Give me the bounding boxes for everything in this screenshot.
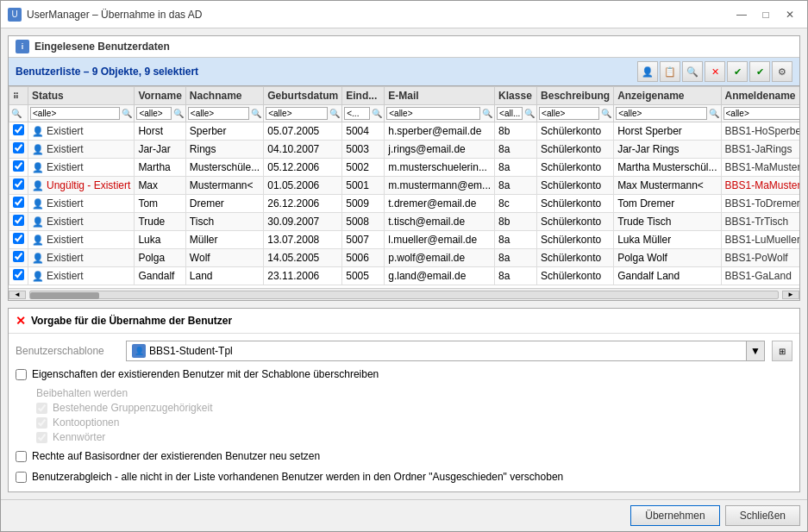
row-checkbox-cell: [9, 141, 28, 159]
filter-nachname-input[interactable]: [188, 107, 249, 120]
table-row[interactable]: 👤 Existiert Tom Dremer 26.12.2006 5009 t…: [9, 195, 800, 213]
filter-search-icon-3[interactable]: 🔍: [251, 109, 261, 118]
filter-search-icon-7[interactable]: 🔍: [524, 109, 535, 118]
row-vorname: Polga: [135, 249, 185, 267]
table-row[interactable]: 👤 Existiert Luka Müller 13.07.2008 5007 …: [9, 231, 800, 249]
row-checkbox-0[interactable]: [13, 124, 24, 135]
filter-search-icon-1[interactable]: 🔍: [122, 109, 132, 118]
row-email: t.tisch@email.de: [385, 213, 495, 231]
row-anmeldename: BBS1-GaLand: [721, 267, 799, 285]
row-checkbox-5[interactable]: [13, 215, 24, 226]
filter-geburt-input[interactable]: [266, 107, 328, 120]
scroll-left-btn[interactable]: ◄: [9, 291, 26, 299]
schablone-dropdown-arrow-btn[interactable]: ▼: [746, 341, 764, 360]
row-nachname: Müller: [185, 231, 263, 249]
scroll-right-btn[interactable]: ►: [782, 291, 799, 299]
row-checkbox-2[interactable]: [13, 160, 24, 172]
row-vorname: Martha: [135, 159, 185, 177]
row-user-icon: 👤: [32, 144, 44, 155]
sub-option-2: Kontooptionen: [36, 416, 792, 429]
schablone-icon: 👤: [132, 344, 146, 358]
filter-anzeige-input[interactable]: [616, 107, 706, 120]
row-nachname: Sperber: [185, 122, 263, 141]
schablone-right-btn[interactable]: ⊞: [772, 341, 792, 361]
toolbar-copy-btn[interactable]: 📋: [660, 61, 680, 82]
sub-label: Beibehalten werden: [36, 387, 792, 399]
row-checkbox-1[interactable]: [13, 142, 24, 153]
filter-nachname-cell: 🔍: [185, 105, 263, 122]
close-button[interactable]: Schließen: [725, 505, 800, 526]
filter-search-icon-8[interactable]: 🔍: [601, 109, 611, 118]
filter-vorname-input[interactable]: [136, 107, 171, 120]
checkbox2[interactable]: [16, 451, 27, 462]
title-bar: U UserManager – Übernahme in das AD — □ …: [1, 1, 807, 28]
col-eind: Eind...: [342, 87, 385, 105]
filter-search-icon-0[interactable]: 🔍: [11, 109, 22, 118]
filter-email-cell: 🔍: [385, 105, 495, 122]
filter-search-icon-4[interactable]: 🔍: [329, 109, 340, 118]
row-anzeigename: Luka Müller: [614, 231, 721, 249]
row-beschreibung: Schülerkonto: [537, 195, 614, 213]
row-checkbox-4[interactable]: [13, 197, 24, 208]
sub-option-3: Kennwörter: [36, 431, 792, 443]
close-window-button[interactable]: ✕: [780, 6, 800, 23]
schablone-dropdown-wrapper[interactable]: 👤 BBS1-Student-Tpl ▼: [126, 341, 765, 361]
table-row[interactable]: 👤 Ungültig - Existiert Max Mustermann< 0…: [9, 177, 800, 195]
row-user-icon: 👤: [32, 235, 44, 246]
row-klasse: 8a: [495, 159, 537, 177]
maximize-button[interactable]: □: [755, 6, 776, 23]
filter-klasse-input[interactable]: [497, 107, 523, 120]
filter-email-input[interactable]: [386, 107, 480, 120]
horizontal-scrollbar[interactable]: ◄ ►: [9, 288, 799, 300]
col-nachname: Nachname: [185, 87, 263, 105]
row-user-icon: 👤: [32, 253, 44, 264]
toolbar-check2-btn[interactable]: ✔: [749, 61, 770, 82]
toolbar-user-btn[interactable]: 👤: [637, 61, 658, 82]
toolbar-search-btn[interactable]: 🔍: [682, 61, 703, 82]
filter-status-input[interactable]: [30, 107, 120, 120]
table-row[interactable]: 👤 Existiert Polga Wolf 14.05.2005 5006 p…: [9, 249, 800, 267]
table-row[interactable]: 👤 Existiert Trude Tisch 30.09.2007 5008 …: [9, 213, 800, 231]
filter-search-icon-9[interactable]: 🔍: [709, 109, 719, 118]
accept-button[interactable]: Übernehmen: [630, 505, 719, 526]
col-geburtsdatum: Geburtsdatum: [264, 87, 342, 105]
filter-beschr-input[interactable]: [539, 107, 599, 120]
row-beschreibung: Schülerkonto: [537, 141, 614, 159]
filter-eind-input[interactable]: [344, 107, 370, 120]
row-email: h.sperber@email.de: [385, 122, 495, 141]
row-anmeldename: BBS1-LuMueller: [721, 231, 799, 249]
row-nachname: Wolf: [185, 249, 263, 267]
checkbox3[interactable]: [16, 472, 27, 483]
sub-checkbox-1: [36, 403, 47, 414]
row-checkbox-7[interactable]: [13, 251, 24, 262]
row-vorname: Horst: [135, 122, 185, 141]
filter-search-icon-6[interactable]: 🔍: [482, 109, 492, 118]
row-geburtsdatum: 14.05.2005: [264, 249, 342, 267]
row-geburtsdatum: 26.12.2006: [264, 195, 342, 213]
row-status-cell: 👤 Existiert: [28, 231, 135, 249]
row-anmeldename: BBS1-JaRings: [721, 141, 799, 159]
scrollbar-thumb[interactable]: [30, 292, 99, 299]
row-user-icon: 👤: [32, 216, 44, 228]
minimize-button[interactable]: —: [731, 6, 752, 23]
table-row[interactable]: 👤 Existiert Horst Sperber 05.07.2005 500…: [9, 122, 800, 141]
table-row[interactable]: 👤 Existiert Gandalf Land 23.11.2006 5005…: [9, 267, 800, 285]
row-nachname: Rings: [185, 141, 263, 159]
row-eind: 5002: [342, 159, 385, 177]
filter-search-icon-2[interactable]: 🔍: [173, 109, 184, 118]
toolbar-delete-btn[interactable]: ✕: [705, 61, 725, 82]
row-checkbox-8[interactable]: [13, 269, 24, 280]
row-anmeldename: BBS1-HoSperber: [721, 122, 799, 141]
toolbar-check-btn[interactable]: ✔: [727, 61, 748, 82]
row-anmeldename: BBS1-PoWolf: [721, 249, 799, 267]
filter-search-icon-5[interactable]: 🔍: [372, 109, 382, 118]
toolbar-settings-btn[interactable]: ⚙: [772, 61, 792, 82]
table-row[interactable]: 👤 Existiert Jar-Jar Rings 04.10.2007 500…: [9, 141, 800, 159]
filter-anmelde-input[interactable]: [723, 107, 800, 120]
col-anmeldename: Anmeldename: [721, 87, 799, 105]
row-status: Ungültig - Existiert: [47, 179, 130, 191]
checkbox1[interactable]: [16, 369, 27, 380]
row-checkbox-6[interactable]: [13, 233, 24, 244]
row-checkbox-3[interactable]: [13, 178, 24, 190]
table-row[interactable]: 👤 Existiert Martha Musterschüle... 05.12…: [9, 159, 800, 177]
